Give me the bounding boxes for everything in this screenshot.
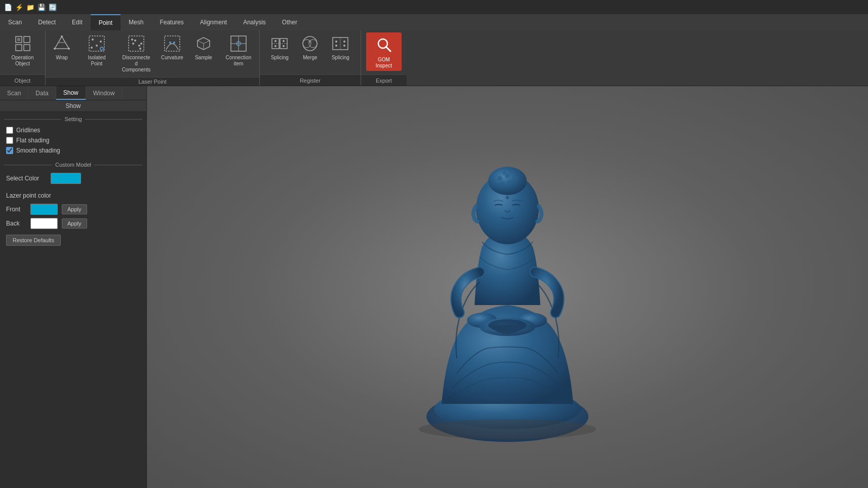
svg-point-44 <box>335 45 337 47</box>
gridlines-checkbox[interactable] <box>6 127 13 134</box>
front-color-swatch[interactable] <box>30 204 58 215</box>
svg-point-24 <box>169 42 171 44</box>
save-icon[interactable]: 💾 <box>37 3 46 11</box>
curvature-button[interactable]: Curvature <box>158 32 186 63</box>
svg-rect-10 <box>89 36 104 51</box>
svg-point-61 <box>512 176 518 181</box>
splicing2-button[interactable]: Splicing <box>327 32 353 63</box>
svg-point-8 <box>54 48 56 50</box>
titlebar: 📄 ⚡ 📁 💾 🔄 <box>0 0 868 14</box>
lightning-icon[interactable]: ⚡ <box>15 3 23 11</box>
back-color-swatch[interactable] <box>30 218 58 229</box>
restore-defaults-button[interactable]: Restore Defaults <box>6 235 61 246</box>
smooth-shading-label[interactable]: Smooth shading <box>16 147 60 154</box>
svg-rect-3 <box>24 45 30 51</box>
svg-point-37 <box>283 45 285 47</box>
svg-point-34 <box>274 40 277 42</box>
disconnected-button[interactable]: Disconnected Components <box>119 32 154 75</box>
sample-icon <box>194 34 213 53</box>
isolated-point-label: Isolated Point <box>82 55 111 67</box>
menubar-item-features[interactable]: Features <box>151 14 191 30</box>
toolbar-section-register: Splicing Merge <box>260 30 361 86</box>
splicing1-button[interactable]: Splicing <box>266 32 293 63</box>
svg-point-20 <box>138 45 140 47</box>
menubar: ScanDetectEditPointMeshFeaturesAlignment… <box>0 14 868 30</box>
svg-point-45 <box>343 41 345 43</box>
front-color-row: Front Apply <box>4 202 142 216</box>
svg-point-59 <box>497 176 502 181</box>
menubar-item-point[interactable]: Point <box>91 14 121 30</box>
svg-point-38 <box>303 36 317 51</box>
select-color-label: Select Color <box>6 175 47 182</box>
operation-object-icon <box>14 34 32 53</box>
file-icon[interactable]: 📄 <box>4 3 12 11</box>
svg-point-22 <box>139 48 141 50</box>
toolbar-section-laserpoint: Wrap Isolated Point <box>46 30 260 86</box>
wrap-button[interactable]: Wrap <box>49 32 75 63</box>
menubar-item-mesh[interactable]: Mesh <box>121 14 151 30</box>
left-tabs: Scan Data Show Window <box>0 86 146 100</box>
gridlines-label[interactable]: Gridlines <box>16 127 40 134</box>
rotate-icon[interactable]: 🔄 <box>49 3 57 11</box>
toolbar: Operation Object Object Wrap <box>0 30 868 86</box>
select-color-swatch[interactable] <box>51 173 81 184</box>
splicing2-label: Splicing <box>332 55 349 61</box>
flat-shading-label[interactable]: Flat shading <box>16 137 49 144</box>
apply-front-button[interactable]: Apply <box>62 204 87 214</box>
splicing1-label: Splicing <box>271 55 289 61</box>
svg-point-35 <box>274 45 277 47</box>
svg-point-12 <box>100 41 102 43</box>
connection-icon <box>229 34 248 53</box>
sample-button[interactable]: Sample <box>190 32 217 63</box>
svg-point-36 <box>283 40 285 42</box>
svg-rect-1 <box>24 36 30 43</box>
menubar-item-edit[interactable]: Edit <box>64 14 91 30</box>
smooth-shading-row: Smooth shading <box>4 145 142 156</box>
sample-label: Sample <box>195 55 212 61</box>
folder-icon[interactable]: 📁 <box>26 3 34 11</box>
apply-back-button[interactable]: Apply <box>62 218 87 229</box>
laser-point-group: Lazer point color Front Apply Back Apply… <box>4 192 142 246</box>
gom-inspect-label: GOM Inspect <box>369 57 399 69</box>
menubar-item-other[interactable]: Other <box>274 14 305 30</box>
svg-point-43 <box>335 41 337 43</box>
menubar-item-analysis[interactable]: Analysis <box>235 14 274 30</box>
svg-point-64 <box>502 171 506 175</box>
viewport[interactable] <box>147 86 868 488</box>
show-heading: Show <box>0 100 146 112</box>
main-layout: Scan Data Show Window Show Setting Gr <box>0 86 868 488</box>
gom-inspect-icon <box>374 34 394 55</box>
register-section-label: Register <box>260 74 361 86</box>
connection-item-button[interactable]: Connection item <box>221 32 256 69</box>
svg-point-11 <box>92 39 94 41</box>
menubar-item-alignment[interactable]: Alignment <box>192 14 235 30</box>
svg-point-62 <box>500 181 505 186</box>
disconnected-icon <box>127 34 145 53</box>
tab-window[interactable]: Window <box>86 86 123 100</box>
svg-point-14 <box>91 47 93 49</box>
tab-show[interactable]: Show <box>56 86 86 100</box>
gom-inspect-button[interactable]: GOM Inspect <box>366 32 402 71</box>
connection-item-label: Connection item <box>224 55 253 67</box>
splicing1-icon <box>270 34 289 53</box>
tab-scan[interactable]: Scan <box>0 86 28 100</box>
merge-icon <box>301 34 319 53</box>
merge-button[interactable]: Merge <box>297 32 323 63</box>
custom-model-group: Custom Model Select Color <box>4 162 142 186</box>
menubar-item-scan[interactable]: Scan <box>0 14 30 30</box>
operation-object-label: Operation Object <box>8 55 37 67</box>
operation-object-button[interactable]: Operation Object <box>5 32 41 69</box>
flat-shading-row: Flat shading <box>4 135 142 145</box>
back-label: Back <box>6 220 26 227</box>
isolated-point-button[interactable]: Isolated Point <box>79 32 114 69</box>
menubar-item-detect[interactable]: Detect <box>30 14 64 30</box>
tab-data[interactable]: Data <box>28 86 56 100</box>
svg-point-25 <box>173 42 175 44</box>
svg-point-15 <box>100 47 103 50</box>
svg-point-65 <box>508 170 512 174</box>
front-label: Front <box>6 206 26 213</box>
smooth-shading-checkbox[interactable] <box>6 147 13 154</box>
flat-shading-checkbox[interactable] <box>6 137 13 144</box>
svg-point-19 <box>132 43 134 45</box>
wrap-icon <box>53 34 71 53</box>
